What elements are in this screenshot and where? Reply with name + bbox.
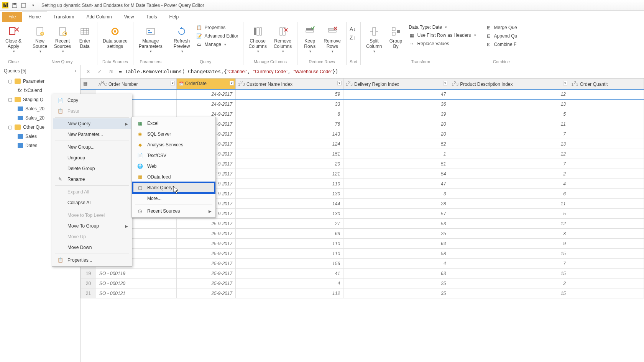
tab-tools[interactable]: Tools <box>140 12 163 22</box>
cancel-formula-icon[interactable]: ✕ <box>84 68 92 75</box>
svg-rect-15 <box>147 28 154 34</box>
merge-queries-button[interactable]: ⊞Merge Que <box>484 24 519 31</box>
advanced-editor-button[interactable]: 📝Advanced Editor <box>195 32 240 40</box>
sub-csv[interactable]: 📄Text/CSV <box>133 150 215 161</box>
ctx-move-up: Move Up <box>53 231 131 242</box>
filter-icon[interactable]: ▾ <box>337 81 342 85</box>
undo-icon[interactable] <box>20 2 28 9</box>
combine-files-button[interactable]: ⊡Combine F <box>484 41 519 48</box>
new-query-submenu: ▦Excel ◉SQL Server ◆Analysis Services 📄T… <box>131 117 216 218</box>
ctx-move-down[interactable]: Move Down <box>53 242 131 253</box>
recent-icon: ◷ <box>136 208 143 214</box>
tab-home[interactable]: Home <box>22 11 47 22</box>
filter-icon[interactable]: ▾ <box>230 81 234 85</box>
rename-icon: ✎ <box>57 176 64 182</box>
enter-data-button[interactable]: Enter Data <box>76 24 94 56</box>
col-ordernum[interactable]: ABCOrder Number▾ <box>96 79 177 89</box>
formula-bar: ✕ ✓ fx = Table.RemoveColumns( ChangeDate… <box>80 65 644 78</box>
table-row[interactable]: 19SO - 00011925-9-2017416315 <box>81 269 644 278</box>
col-orderdate[interactable]: 📅OrderDate▾ <box>176 79 235 89</box>
ctx-properties[interactable]: 📋Properties... <box>53 255 131 265</box>
ctx-new-parameter[interactable]: New Parameter... <box>53 129 131 140</box>
ctx-rename[interactable]: ✎Rename <box>53 174 131 185</box>
sub-blank-query[interactable]: ▢Blank Query <box>133 182 215 193</box>
table-row[interactable]: 24-9-2017594712 <box>81 89 644 99</box>
sort-asc-icon[interactable]: A↓ <box>350 26 356 32</box>
sub-recent[interactable]: ◷Recent Sources▶ <box>133 206 215 216</box>
table-row[interactable]: 18SO - 00011825-9-201715647 <box>81 259 644 269</box>
col-qty[interactable]: 123Order Quantit <box>569 79 644 89</box>
excel-icon: ▦ <box>136 120 143 126</box>
filter-icon[interactable]: ▾ <box>443 81 447 85</box>
svg-rect-2 <box>5 5 6 7</box>
sub-web[interactable]: 🌐Web <box>133 161 215 172</box>
collapse-icon[interactable]: ‹ <box>75 68 76 74</box>
sub-more[interactable]: More... <box>133 193 215 204</box>
accept-formula-icon[interactable]: ✓ <box>96 68 104 75</box>
table-row[interactable]: 25-9-20171105815 <box>81 249 644 259</box>
sub-analysis[interactable]: ◆Analysis Services <box>133 139 215 150</box>
sub-excel[interactable]: ▦Excel <box>133 118 215 129</box>
refresh-preview-button[interactable]: Refresh Preview▾ <box>171 24 192 56</box>
ctx-move-group[interactable]: Move To Group▶ <box>53 221 131 231</box>
group-by-button[interactable]: Group By <box>387 24 405 56</box>
svg-rect-19 <box>257 28 259 35</box>
sub-odata[interactable]: ▦OData feed <box>133 172 215 182</box>
choose-columns-icon <box>251 25 264 38</box>
tab-transform[interactable]: Transform <box>47 12 80 22</box>
fx-icon[interactable]: fx <box>107 68 115 75</box>
ctx-ungroup[interactable]: Ungroup <box>53 152 131 163</box>
tab-help[interactable]: Help <box>163 12 185 22</box>
first-row-headers-button[interactable]: ▦Use First Row as Headers▾ <box>407 31 478 39</box>
ctx-new-group[interactable]: New Group... <box>53 142 131 152</box>
col-delivery[interactable]: 123Delivery Region Index▾ <box>343 79 449 89</box>
tab-addcolumn[interactable]: Add Column <box>80 12 118 22</box>
svg-rect-7 <box>10 28 15 34</box>
table-row[interactable]: 25-9-201763253 <box>81 229 644 239</box>
data-source-settings-button[interactable]: Data source settings <box>100 24 130 56</box>
queries-header: Queries [5] <box>4 68 26 74</box>
table-row[interactable]: 25-9-2017275312 <box>81 219 644 229</box>
col-rownum[interactable]: ▦ <box>81 79 96 89</box>
manage-parameters-button[interactable]: Manage Parameters▾ <box>136 24 165 56</box>
formula-text[interactable]: = Table.RemoveColumns( ChangeDates,{"Cha… <box>119 69 338 74</box>
split-column-button[interactable]: Split Column▾ <box>364 24 384 56</box>
replace-values-button[interactable]: ↔Replace Values <box>407 40 478 48</box>
filter-icon[interactable]: ▾ <box>563 81 567 85</box>
ctx-collapse-all[interactable]: Collapse All <box>53 197 131 208</box>
recent-sources-button[interactable]: Recent Sources▾ <box>52 24 73 56</box>
sort-desc-icon[interactable]: Z↓ <box>350 34 356 41</box>
close-apply-button[interactable]: Close & Apply▾ <box>3 24 24 56</box>
manage-button[interactable]: 🗂Manage▾ <box>195 41 240 48</box>
ctx-delete-group[interactable]: Delete Group <box>53 163 131 174</box>
chevron-right-icon: ▶ <box>125 224 128 228</box>
filter-icon[interactable]: ▾ <box>171 81 175 85</box>
table-row[interactable]: 24-9-2017333613 <box>81 99 644 109</box>
ctx-new-query[interactable]: New Query▶ <box>53 118 131 129</box>
folder-icon <box>15 124 21 130</box>
new-source-button[interactable]: New Source▾ <box>30 24 49 56</box>
tab-file[interactable]: File <box>2 12 22 22</box>
col-customer[interactable]: 123Customer Name Index▾ <box>236 79 343 89</box>
svg-rect-16 <box>148 30 150 31</box>
col-product[interactable]: 123Product Description Index▾ <box>449 79 569 89</box>
append-icon: ⊟ <box>486 33 492 39</box>
properties-button[interactable]: 📋Properties <box>195 24 240 31</box>
ctx-copy[interactable]: 📄Copy <box>53 95 131 106</box>
table-row[interactable]: 21SO - 00012125-9-20171123515 <box>81 288 644 298</box>
sub-sql[interactable]: ◉SQL Server <box>133 129 215 139</box>
folder-parameter[interactable]: ▢Parameter <box>0 77 80 86</box>
append-queries-button[interactable]: ⊟Append Qu <box>484 32 519 40</box>
remove-rows-button[interactable]: Remove Rows▾ <box>321 24 343 56</box>
datatype-button[interactable]: Data Type: Date▾ <box>407 24 478 31</box>
choose-columns-button[interactable]: Choose Columns▾ <box>246 24 269 56</box>
tab-view[interactable]: View <box>118 12 140 22</box>
save-icon[interactable] <box>11 2 18 9</box>
titlebar: ▾ Setting up dynamic Start- and Enddates… <box>0 0 644 11</box>
table-row[interactable]: 20SO - 00012025-9-20174252 <box>81 278 644 288</box>
table-row[interactable]: 25-9-2017110649 <box>81 239 644 249</box>
remove-columns-button[interactable]: Remove Columns▾ <box>271 24 294 56</box>
qat-dropdown[interactable]: ▾ <box>29 2 37 9</box>
ctx-move-top: Move to Top Level <box>53 210 131 221</box>
keep-rows-button[interactable]: Keep Rows▾ <box>301 24 319 56</box>
